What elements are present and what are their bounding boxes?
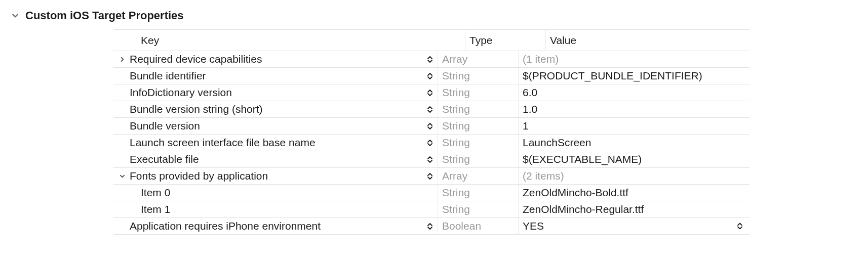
key-label: Executable file bbox=[130, 153, 199, 165]
cell-type[interactable]: String bbox=[438, 201, 518, 217]
cell-value[interactable]: (1 item) bbox=[518, 51, 749, 67]
cell-value[interactable]: 1.0 bbox=[518, 101, 749, 117]
cell-type[interactable]: String bbox=[438, 151, 518, 167]
cell-value[interactable]: 1 bbox=[518, 118, 749, 134]
type-label: String bbox=[442, 120, 470, 132]
cell-value[interactable]: ZenOldMincho-Regular.ttf bbox=[518, 201, 749, 217]
key-label: Bundle identifier bbox=[130, 70, 206, 82]
cell-value[interactable]: $(PRODUCT_BUNDLE_IDENTIFIER) bbox=[518, 68, 749, 84]
plist-table: Key Type Value Required device capabilit… bbox=[113, 29, 749, 235]
chevron-down-icon[interactable] bbox=[10, 12, 20, 19]
key-label: Launch screen interface file base name bbox=[130, 137, 315, 149]
type-label: String bbox=[442, 187, 470, 199]
cell-value[interactable]: YES bbox=[518, 218, 749, 234]
type-label: Array bbox=[442, 170, 467, 182]
cell-type[interactable]: Boolean bbox=[438, 218, 518, 234]
key-label: Item 0 bbox=[141, 187, 170, 199]
cell-key[interactable]: Required device capabilities bbox=[113, 51, 438, 67]
cell-type[interactable]: String bbox=[438, 135, 518, 151]
value-label: 6.0 bbox=[523, 86, 537, 99]
cell-key[interactable]: Fonts provided by application bbox=[113, 168, 438, 184]
cell-value[interactable]: LaunchScreen bbox=[518, 135, 749, 151]
section-title: Custom iOS Target Properties bbox=[25, 9, 184, 22]
value-label: ZenOldMincho-Regular.ttf bbox=[523, 203, 644, 215]
cell-type[interactable]: String bbox=[438, 185, 518, 201]
key-stepper-icon[interactable] bbox=[425, 223, 435, 230]
table-row[interactable]: Item 1StringZenOldMincho-Regular.ttf bbox=[113, 201, 749, 218]
cell-key[interactable]: Bundle version bbox=[113, 118, 438, 134]
key-stepper-icon[interactable] bbox=[425, 123, 435, 129]
cell-key[interactable]: Application requires iPhone environment bbox=[113, 218, 438, 234]
type-label: Array bbox=[442, 53, 467, 65]
key-label: Item 1 bbox=[141, 203, 170, 215]
table-row[interactable]: Required device capabilitiesArray(1 item… bbox=[113, 51, 749, 68]
value-label: (2 items) bbox=[523, 170, 564, 182]
chevron-down-icon[interactable] bbox=[117, 173, 127, 179]
key-stepper-icon[interactable] bbox=[425, 73, 435, 79]
key-label: Bundle version bbox=[130, 120, 200, 132]
cell-type[interactable]: Array bbox=[438, 51, 518, 67]
value-label: $(EXECUTABLE_NAME) bbox=[523, 153, 642, 165]
table-row[interactable]: Launch screen interface file base nameSt… bbox=[113, 135, 749, 151]
type-label: String bbox=[442, 203, 470, 215]
table-header-row: Key Type Value bbox=[113, 30, 749, 51]
table-row[interactable]: InfoDictionary versionString6.0 bbox=[113, 84, 749, 101]
cell-key[interactable]: Launch screen interface file base name bbox=[113, 135, 438, 151]
cell-key[interactable]: Item 0 bbox=[113, 185, 438, 201]
value-label: LaunchScreen bbox=[523, 137, 591, 149]
type-label: String bbox=[442, 70, 470, 82]
value-label: YES bbox=[523, 220, 544, 232]
type-label: String bbox=[442, 153, 470, 165]
cell-value[interactable]: 6.0 bbox=[518, 84, 749, 101]
key-stepper-icon[interactable] bbox=[425, 156, 435, 163]
type-label: String bbox=[442, 137, 470, 149]
type-label: String bbox=[442, 86, 470, 99]
value-label: ZenOldMincho-Bold.ttf bbox=[523, 187, 628, 199]
cell-value[interactable]: (2 items) bbox=[518, 168, 749, 184]
column-header-value[interactable]: Value bbox=[545, 30, 749, 51]
cell-key[interactable]: Item 1 bbox=[113, 201, 438, 217]
table-row[interactable]: Executable fileString$(EXECUTABLE_NAME) bbox=[113, 151, 749, 168]
type-label: Boolean bbox=[442, 220, 481, 232]
key-label: InfoDictionary version bbox=[130, 86, 232, 99]
cell-type[interactable]: Array bbox=[438, 168, 518, 184]
table-row[interactable]: Bundle identifierString$(PRODUCT_BUNDLE_… bbox=[113, 68, 749, 84]
cell-key[interactable]: Bundle version string (short) bbox=[113, 101, 438, 117]
key-stepper-icon[interactable] bbox=[425, 140, 435, 146]
table-row[interactable]: Bundle version string (short)String1.0 bbox=[113, 101, 749, 118]
key-label: Bundle version string (short) bbox=[130, 103, 263, 115]
cell-value[interactable]: ZenOldMincho-Bold.ttf bbox=[518, 185, 749, 201]
cell-type[interactable]: String bbox=[438, 68, 518, 84]
key-stepper-icon[interactable] bbox=[425, 106, 435, 113]
type-label: String bbox=[442, 103, 470, 115]
section-header[interactable]: Custom iOS Target Properties bbox=[0, 0, 868, 29]
cell-type[interactable]: String bbox=[438, 84, 518, 101]
table-row[interactable]: Application requires iPhone environmentB… bbox=[113, 218, 749, 235]
value-label: (1 item) bbox=[523, 53, 559, 65]
cell-key[interactable]: InfoDictionary version bbox=[113, 84, 438, 101]
cell-key[interactable]: Bundle identifier bbox=[113, 68, 438, 84]
value-stepper-icon[interactable] bbox=[735, 223, 744, 230]
cell-type[interactable]: String bbox=[438, 101, 518, 117]
key-stepper-icon[interactable] bbox=[425, 90, 435, 96]
value-label: 1 bbox=[523, 120, 529, 132]
cell-type[interactable]: String bbox=[438, 118, 518, 134]
column-header-type[interactable]: Type bbox=[465, 30, 545, 51]
key-label: Application requires iPhone environment bbox=[130, 220, 321, 232]
cell-key[interactable]: Executable file bbox=[113, 151, 438, 167]
chevron-right-icon[interactable] bbox=[117, 57, 127, 62]
cell-value[interactable]: $(EXECUTABLE_NAME) bbox=[518, 151, 749, 167]
key-label: Required device capabilities bbox=[130, 53, 262, 65]
column-header-key[interactable]: Key bbox=[113, 30, 465, 51]
key-stepper-icon[interactable] bbox=[425, 56, 435, 63]
table-row[interactable]: Fonts provided by applicationArray(2 ite… bbox=[113, 168, 749, 185]
table-row[interactable]: Bundle versionString1 bbox=[113, 118, 749, 135]
value-label: 1.0 bbox=[523, 103, 537, 115]
value-label: $(PRODUCT_BUNDLE_IDENTIFIER) bbox=[523, 70, 702, 82]
key-label: Fonts provided by application bbox=[130, 170, 268, 182]
key-stepper-icon[interactable] bbox=[425, 173, 435, 180]
table-row[interactable]: Item 0StringZenOldMincho-Bold.ttf bbox=[113, 185, 749, 201]
